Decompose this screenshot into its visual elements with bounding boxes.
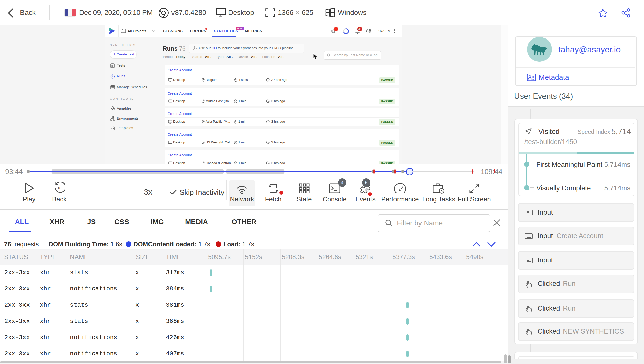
- svg-text:10: 10: [57, 186, 61, 190]
